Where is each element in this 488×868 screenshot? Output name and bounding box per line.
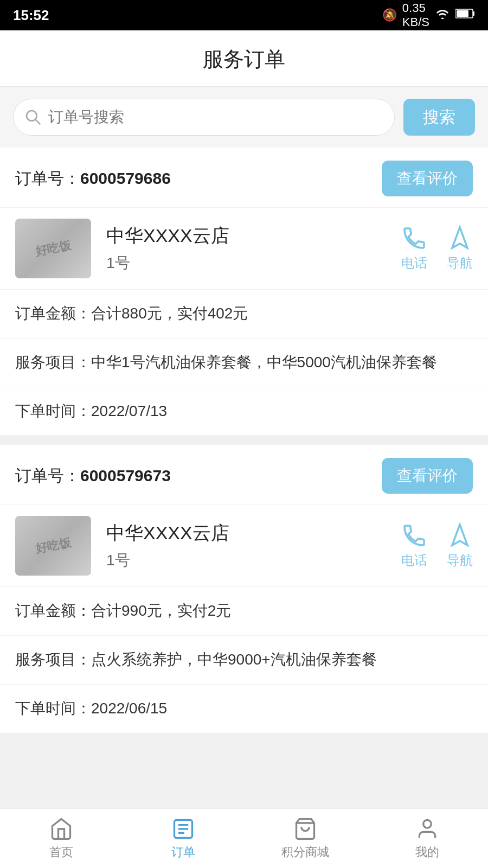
bottom-nav: 首页 订单 积分商城 我的 bbox=[0, 808, 488, 868]
store-number: 1号 bbox=[106, 253, 390, 273]
order-header: 订单号：6000579673 查看评价 bbox=[0, 445, 488, 505]
order-number-value: 6000579673 bbox=[80, 467, 171, 484]
phone-label: 电话 bbox=[401, 552, 427, 569]
order-list: 订单号：6000579686 查看评价 中华XXXX云店 1号 电话 bbox=[0, 148, 488, 808]
svg-line-4 bbox=[36, 120, 41, 125]
review-button[interactable]: 查看评价 bbox=[382, 161, 473, 196]
order-service: 服务项目：中华1号汽机油保养套餐，中华5000汽机油保养套餐 bbox=[0, 339, 488, 387]
status-right: 🔕 0.35KB/S bbox=[382, 1, 475, 29]
nav-mall-label: 积分商城 bbox=[281, 844, 329, 860]
order-number-value: 6000579686 bbox=[80, 169, 171, 187]
search-input[interactable] bbox=[48, 108, 383, 126]
nav-item-mall[interactable]: 积分商城 bbox=[244, 809, 366, 868]
store-actions: 电话 导航 bbox=[401, 225, 473, 272]
order-time: 下单时间：2022/07/13 bbox=[0, 387, 488, 436]
nav-item-mine[interactable]: 我的 bbox=[366, 809, 488, 868]
order-number-label: 订单号：6000579673 bbox=[15, 465, 171, 487]
nav-item-orders[interactable]: 订单 bbox=[122, 809, 244, 868]
navigation-icon bbox=[447, 522, 473, 548]
mute-icon: 🔕 bbox=[382, 8, 397, 22]
search-input-wrap bbox=[13, 99, 395, 136]
phone-label: 电话 bbox=[401, 254, 427, 272]
store-actions: 电话 导航 bbox=[401, 522, 473, 569]
svg-point-10 bbox=[423, 820, 431, 828]
battery-icon bbox=[455, 8, 475, 22]
wifi-icon bbox=[435, 8, 450, 23]
nav-home-label: 首页 bbox=[49, 844, 73, 860]
nav-action[interactable]: 导航 bbox=[447, 522, 473, 569]
store-image bbox=[15, 516, 91, 576]
store-number: 1号 bbox=[106, 550, 390, 571]
navigation-icon bbox=[447, 225, 473, 251]
orders-icon bbox=[171, 817, 195, 841]
order-service: 服务项目：点火系统养护，中华9000+汽机油保养套餐 bbox=[0, 636, 488, 685]
search-button[interactable]: 搜索 bbox=[403, 99, 475, 136]
status-bar: 15:52 🔕 0.35KB/S bbox=[0, 0, 488, 30]
home-icon bbox=[49, 817, 73, 841]
phone-icon bbox=[401, 225, 427, 251]
order-amount: 订单金额：合计990元，实付2元 bbox=[0, 587, 488, 636]
nav-item-home[interactable]: 首页 bbox=[0, 809, 122, 868]
order-time: 下单时间：2022/06/15 bbox=[0, 685, 488, 733]
nav-orders-label: 订单 bbox=[171, 844, 195, 860]
svg-point-3 bbox=[27, 111, 37, 121]
mine-icon bbox=[415, 817, 439, 841]
page-header: 服务订单 bbox=[0, 30, 488, 87]
store-name: 中华XXXX云店 bbox=[106, 521, 390, 546]
store-image bbox=[15, 219, 91, 278]
network-speed: 0.35KB/S bbox=[402, 1, 429, 29]
svg-rect-1 bbox=[473, 11, 474, 16]
mall-icon bbox=[293, 817, 317, 841]
store-info: 中华XXXX云店 1号 bbox=[91, 224, 390, 273]
phone-action[interactable]: 电话 bbox=[401, 225, 427, 272]
svg-rect-2 bbox=[457, 10, 468, 17]
phone-icon bbox=[401, 522, 427, 548]
nav-label: 导航 bbox=[447, 552, 473, 569]
order-card: 订单号：6000579686 查看评价 中华XXXX云店 1号 电话 bbox=[0, 148, 488, 435]
nav-label: 导航 bbox=[447, 254, 473, 272]
order-card: 订单号：6000579673 查看评价 中华XXXX云店 1号 电话 bbox=[0, 445, 488, 732]
store-name: 中华XXXX云店 bbox=[106, 224, 390, 248]
order-header: 订单号：6000579686 查看评价 bbox=[0, 148, 488, 208]
page-title: 服务订单 bbox=[203, 48, 285, 71]
search-area: 搜索 bbox=[0, 87, 488, 148]
order-number-label: 订单号：6000579686 bbox=[15, 168, 171, 190]
status-time: 15:52 bbox=[13, 7, 49, 24]
nav-mine-label: 我的 bbox=[415, 844, 439, 860]
store-info: 中华XXXX云店 1号 bbox=[91, 521, 390, 571]
store-row: 中华XXXX云店 1号 电话 导航 bbox=[0, 505, 488, 587]
phone-action[interactable]: 电话 bbox=[401, 522, 427, 569]
order-amount: 订单金额：合计880元，实付402元 bbox=[0, 290, 488, 339]
search-icon bbox=[24, 108, 42, 126]
review-button[interactable]: 查看评价 bbox=[382, 458, 473, 494]
store-row: 中华XXXX云店 1号 电话 导航 bbox=[0, 208, 488, 290]
nav-action[interactable]: 导航 bbox=[447, 225, 473, 272]
